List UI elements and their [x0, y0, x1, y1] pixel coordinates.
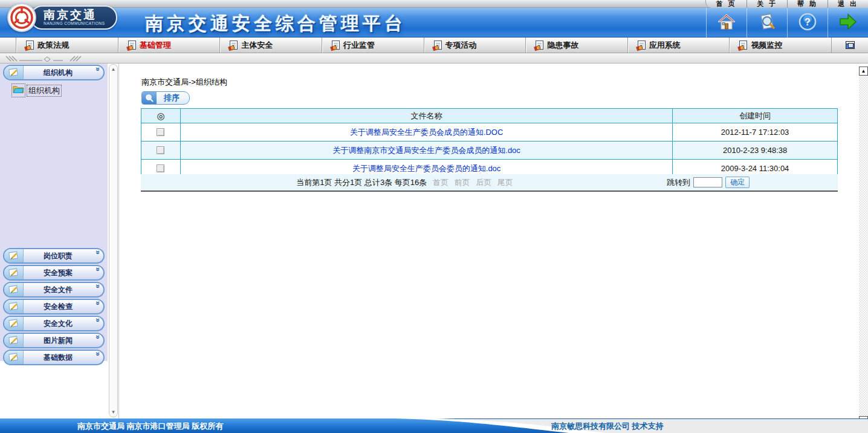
main-menu-bar: 政策法规 基础管理 主体安全 行业监管 专项活动 隐患事故 应用系统 视频监控 [0, 37, 868, 53]
row-checkbox[interactable] [157, 128, 164, 136]
tab-label: 专项活动 [445, 40, 477, 51]
tab-label: 视频监控 [751, 40, 782, 51]
quick-links-icons: ? [706, 8, 868, 37]
sort-button-label: 排序 [157, 93, 189, 103]
quick-link-home[interactable]: 首 页 [706, 0, 747, 8]
sidebar-section-label: 基础数据 [24, 353, 92, 363]
chevron-double-down-icon: » [94, 301, 102, 312]
logo-title: 南京交通 [44, 9, 105, 21]
scroll-up-icon[interactable]: ▲ [109, 67, 117, 72]
help-button[interactable]: ? [787, 8, 828, 37]
workspace: 组织机构 » 组织机构 岗位职责 » [0, 63, 868, 418]
tab-label: 隐患事故 [547, 40, 578, 51]
tab-label: 应用系统 [649, 40, 681, 51]
document-link[interactable]: 关于调整局安全生产委员会成员的通知.DOC [350, 128, 504, 137]
quick-link-exit[interactable]: 退 出 [828, 0, 868, 8]
sidebar-section-label: 岗位职责 [24, 251, 92, 261]
column-header-created-time: 创建时间 [673, 109, 838, 123]
row-checkbox[interactable] [157, 146, 164, 154]
tab-video-monitoring[interactable]: 视频监控 [730, 37, 832, 53]
chevron-double-down-icon: » [94, 335, 102, 346]
table-row: 关于调整南京市交通局安全生产委员会成员的通知.doc 2010-2-23 9:4… [141, 142, 838, 160]
tab-subject-safety[interactable]: 主体安全 [220, 37, 322, 53]
document-table: ◎ 文件名称 创建时间 关于调整局安全生产委员会成员的通知.DOC 2012-1… [141, 108, 838, 178]
tab-label: 基础管理 [140, 40, 171, 51]
sidebar-section-label: 安全检查 [24, 302, 92, 312]
created-time: 2012-11-7 17:12:03 [673, 123, 838, 142]
chevron-double-down-icon: » [94, 67, 102, 78]
prev-page-link[interactable]: 前页 [455, 178, 470, 187]
menu-spacer [0, 37, 16, 53]
tab-hazard-accidents[interactable]: 隐患事故 [526, 37, 628, 53]
scroll-up-icon[interactable]: ▲ [859, 67, 868, 76]
exit-icon [838, 12, 858, 34]
about-button[interactable] [747, 8, 787, 37]
logo-emblem-icon [7, 3, 36, 32]
quick-links-labels: 首 页 关 于 帮 助 退 出 [705, 0, 868, 8]
sidebar-section-organization[interactable]: 组织机构 » [3, 65, 105, 80]
sidebar-section-label: 组织机构 [24, 68, 92, 78]
tab-label: 主体安全 [241, 40, 273, 51]
sidebar-section-safety-plans[interactable]: 安全预案 » [3, 265, 105, 281]
sidebar-section-basic-data[interactable]: 基础数据 » [3, 350, 105, 365]
tab-industry-supervision[interactable]: 行业监管 [322, 37, 424, 53]
select-all-icon[interactable]: ◎ [157, 111, 164, 121]
notepad-pencil-icon [4, 351, 24, 364]
jump-page-input[interactable] [693, 177, 722, 187]
tab-label: 政策法规 [37, 40, 69, 51]
table-row: 关于调整局安全生产委员会成员的通知.DOC 2012-11-7 17:12:03 [141, 123, 838, 142]
document-edit-icon [230, 41, 238, 50]
sidebar-item-organization[interactable]: 组织机构 [12, 84, 108, 97]
page-stats-text: 当前第1页 共分1页 总计3条 每页16条 [296, 178, 427, 187]
sidebar-scrollbar[interactable]: ▲ ▼ [109, 64, 118, 417]
notepad-pencil-icon [4, 249, 24, 262]
sidebar-section-group: 岗位职责 » 安全预案 » 安全文件 » [0, 247, 108, 366]
sidebar-section-job-duties[interactable]: 岗位职责 » [3, 248, 105, 264]
sidebar-item-label: 组织机构 [27, 85, 61, 96]
chevron-double-down-icon: » [94, 318, 102, 329]
footer-copyright: 南京市交通局 南京市港口管理局 版权所有 [77, 419, 223, 433]
tab-special-activities[interactable]: 专项活动 [424, 37, 526, 53]
table-header-row: ◎ 文件名称 创建时间 [141, 109, 838, 123]
sidebar-section-safety-inspection[interactable]: 安全检查 » [3, 299, 105, 314]
svg-text:?: ? [805, 17, 811, 27]
created-time: 2010-2-23 9:48:38 [673, 142, 838, 160]
content-area: 南京市交通局->组织结构 排序 ◎ 文件名称 创建时间 [118, 63, 858, 418]
sidebar-section-safety-documents[interactable]: 安全文件 » [3, 282, 105, 298]
first-page-link[interactable]: 首页 [433, 178, 449, 187]
scroll-down-icon[interactable]: ▼ [109, 409, 117, 415]
tab-application-system[interactable]: 应用系统 [628, 37, 730, 53]
sidebar-section-photo-news[interactable]: 图片新闻 » [3, 333, 105, 348]
document-edit-icon [26, 41, 34, 50]
sidebar-section-safety-culture[interactable]: 安全文化 » [3, 316, 105, 331]
content-scrollbar[interactable]: ▲ ▼ [859, 67, 868, 425]
logo-subtitle: NANJING COMMUNICATIONS [44, 21, 105, 26]
quick-link-help[interactable]: 帮 助 [787, 0, 828, 8]
exit-button[interactable] [828, 8, 868, 37]
sidebar-section-label: 图片新闻 [24, 336, 92, 346]
document-link[interactable]: 关于调整南京市交通局安全生产委员会成员的通知.doc [332, 146, 520, 155]
jump-confirm-button[interactable]: 确定 [725, 177, 750, 188]
row-checkbox[interactable] [157, 164, 164, 172]
next-page-link[interactable]: 后页 [476, 178, 491, 187]
tab-policy[interactable]: 政策法规 [16, 37, 118, 53]
home-button[interactable] [706, 8, 747, 37]
quick-link-about[interactable]: 关 于 [747, 0, 787, 8]
document-link[interactable]: 关于调整局安全生产委员会委员的通知.doc [352, 164, 501, 173]
tab-label: 行业监管 [343, 40, 375, 51]
document-edit-icon [638, 41, 646, 50]
help-icon: ? [798, 12, 817, 34]
document-edit-icon [536, 41, 543, 50]
chevron-double-down-icon: » [94, 352, 102, 363]
horizontal-splitter[interactable] [0, 53, 868, 63]
last-page-link[interactable]: 尾页 [497, 178, 513, 187]
document-edit-icon [332, 41, 340, 50]
chevron-double-down-icon: » [94, 284, 102, 295]
notepad-pencil-icon [4, 334, 24, 347]
window-layout-button[interactable] [832, 37, 868, 53]
sort-button[interactable]: 排序 [141, 91, 190, 105]
footer: 南京市交通局 南京市港口管理局 版权所有 南京敏思科技有限公司 技术支持 [0, 418, 868, 433]
page-title: 南京交通安全综合管理平台 [145, 11, 406, 36]
tab-basic-management[interactable]: 基础管理 [118, 37, 221, 53]
notepad-pencil-icon [4, 317, 24, 330]
